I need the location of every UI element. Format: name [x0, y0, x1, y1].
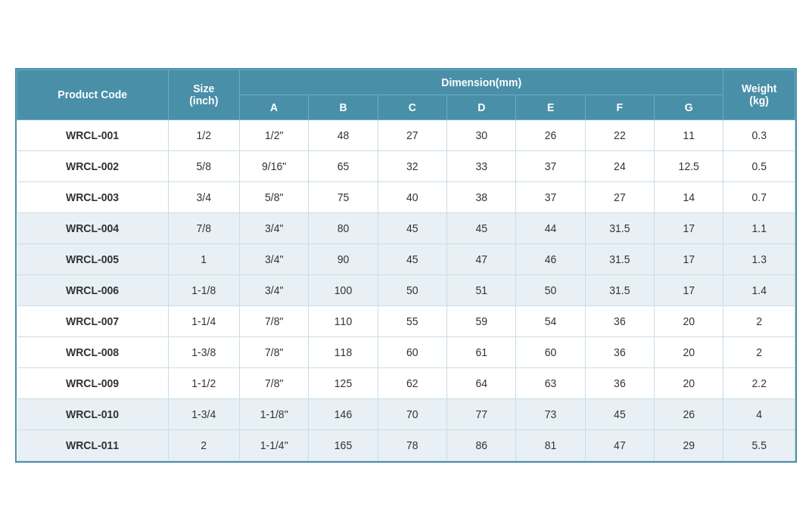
table-row: WRCL-0025/89/16"653233372412.50.5 — [17, 150, 795, 181]
cell-g: 20 — [655, 336, 723, 367]
cell-product-code: WRCL-010 — [17, 398, 169, 429]
cell-c: 32 — [378, 150, 446, 181]
table-row: WRCL-0047/83/4"8045454431.5171.1 — [17, 212, 795, 243]
cell-c: 55 — [378, 305, 446, 336]
table-row: WRCL-0101-3/41-1/8"14670777345264 — [17, 398, 795, 429]
table-row: WRCL-0033/45/8"7540383727140.7 — [17, 181, 795, 212]
cell-a: 1-1/4" — [240, 429, 309, 460]
cell-size: 3/4 — [168, 181, 240, 212]
cell-a: 5/8" — [240, 181, 309, 212]
cell-b: 48 — [309, 119, 378, 150]
weight-label-line2: (kg) — [749, 95, 769, 107]
size-label-line2: (inch) — [189, 95, 218, 107]
cell-weight: 2 — [723, 336, 795, 367]
cell-a: 3/4" — [240, 243, 309, 274]
table-row: WRCL-0091-1/27/8"12562646336202.2 — [17, 367, 795, 398]
cell-weight: 1.4 — [723, 274, 795, 305]
header-weight: Weight (kg) — [723, 70, 795, 119]
cell-g: 17 — [655, 212, 723, 243]
cell-f: 24 — [585, 150, 654, 181]
cell-d: 45 — [447, 212, 516, 243]
header-size: Size (inch) — [168, 70, 240, 119]
cell-e: 73 — [516, 398, 585, 429]
cell-c: 78 — [378, 429, 446, 460]
cell-e: 63 — [516, 367, 585, 398]
cell-weight: 1.1 — [723, 212, 795, 243]
cell-a: 9/16" — [240, 150, 309, 181]
cell-e: 37 — [516, 150, 585, 181]
cell-e: 46 — [516, 243, 585, 274]
cell-a: 7/8" — [240, 367, 309, 398]
cell-b: 100 — [309, 274, 378, 305]
table-row: WRCL-00513/4"9045474631.5171.3 — [17, 243, 795, 274]
cell-a: 3/4" — [240, 212, 309, 243]
cell-d: 47 — [447, 243, 516, 274]
cell-f: 36 — [585, 336, 654, 367]
cell-f: 47 — [585, 429, 654, 460]
cell-g: 11 — [655, 119, 723, 150]
cell-d: 64 — [447, 367, 516, 398]
cell-g: 12.5 — [655, 150, 723, 181]
cell-product-code: WRCL-002 — [17, 150, 169, 181]
cell-size: 1-1/4 — [168, 305, 240, 336]
cell-c: 60 — [378, 336, 446, 367]
cell-b: 125 — [309, 367, 378, 398]
cell-b: 165 — [309, 429, 378, 460]
header-dimension: Dimension(mm) — [240, 70, 723, 95]
header-col-g: G — [655, 95, 723, 119]
header-col-c: C — [378, 95, 446, 119]
cell-product-code: WRCL-008 — [17, 336, 169, 367]
cell-b: 75 — [309, 181, 378, 212]
cell-f: 36 — [585, 367, 654, 398]
cell-b: 118 — [309, 336, 378, 367]
cell-a: 7/8" — [240, 336, 309, 367]
cell-d: 61 — [447, 336, 516, 367]
cell-f: 36 — [585, 305, 654, 336]
cell-e: 37 — [516, 181, 585, 212]
cell-weight: 2 — [723, 305, 795, 336]
cell-f: 31.5 — [585, 212, 654, 243]
cell-size: 5/8 — [168, 150, 240, 181]
cell-product-code: WRCL-004 — [17, 212, 169, 243]
header-col-b: B — [309, 95, 378, 119]
cell-c: 50 — [378, 274, 446, 305]
cell-size: 1-1/2 — [168, 367, 240, 398]
cell-size: 1-3/4 — [168, 398, 240, 429]
cell-weight: 0.3 — [723, 119, 795, 150]
cell-a: 1/2" — [240, 119, 309, 150]
cell-product-code: WRCL-007 — [17, 305, 169, 336]
cell-size: 1 — [168, 243, 240, 274]
cell-size: 1-3/8 — [168, 336, 240, 367]
cell-e: 81 — [516, 429, 585, 460]
cell-b: 146 — [309, 398, 378, 429]
cell-weight: 2.2 — [723, 367, 795, 398]
cell-b: 80 — [309, 212, 378, 243]
header-col-e: E — [516, 95, 585, 119]
cell-b: 110 — [309, 305, 378, 336]
cell-a: 1-1/8" — [240, 398, 309, 429]
weight-label-line1: Weight — [742, 82, 776, 95]
header-col-a: A — [240, 95, 309, 119]
product-table: Product Code Size (inch) Dimension(mm) W… — [17, 70, 795, 461]
cell-g: 20 — [655, 367, 723, 398]
cell-c: 27 — [378, 119, 446, 150]
cell-product-code: WRCL-011 — [17, 429, 169, 460]
cell-weight: 0.5 — [723, 150, 795, 181]
cell-g: 29 — [655, 429, 723, 460]
cell-e: 26 — [516, 119, 585, 150]
cell-f: 45 — [585, 398, 654, 429]
cell-c: 62 — [378, 367, 446, 398]
cell-e: 44 — [516, 212, 585, 243]
size-label-line1: Size — [193, 82, 214, 95]
cell-e: 50 — [516, 274, 585, 305]
table-row: WRCL-0071-1/47/8"11055595436202 — [17, 305, 795, 336]
cell-f: 31.5 — [585, 243, 654, 274]
cell-b: 90 — [309, 243, 378, 274]
cell-c: 45 — [378, 212, 446, 243]
header-product-code: Product Code — [17, 70, 169, 119]
cell-product-code: WRCL-009 — [17, 367, 169, 398]
cell-d: 33 — [447, 150, 516, 181]
cell-f: 31.5 — [585, 274, 654, 305]
table-row: WRCL-0061-1/83/4"10050515031.5171.4 — [17, 274, 795, 305]
cell-d: 51 — [447, 274, 516, 305]
